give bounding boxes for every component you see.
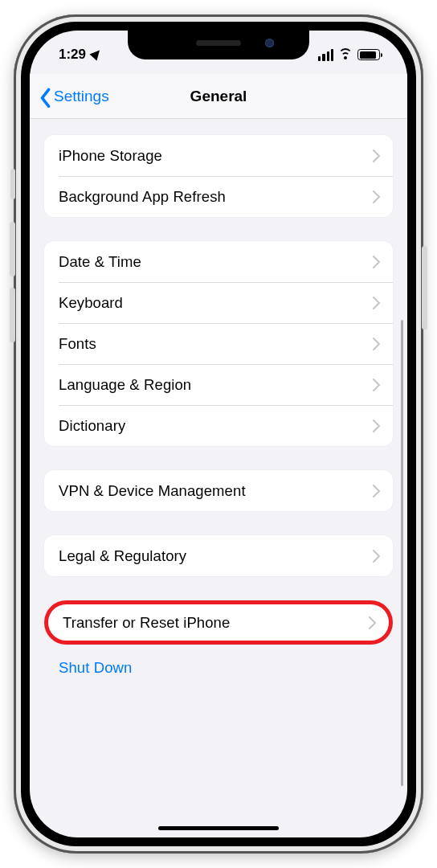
row-date-time[interactable]: Date & Time [44,241,393,282]
row-label: Language & Region [59,376,191,394]
back-label: Settings [54,88,109,105]
row-fonts[interactable]: Fonts [44,323,393,364]
cellular-icon [318,49,333,61]
nav-bar: Settings General [30,74,407,119]
chevron-right-icon [373,379,380,391]
row-label: VPN & Device Management [59,482,246,500]
row-vpn-device-management[interactable]: VPN & Device Management [44,470,393,511]
group-shutdown: Shut Down [44,649,393,686]
volume-down-button[interactable] [10,288,15,342]
row-transfer-reset-iphone[interactable]: Transfer or Reset iPhone [48,604,389,641]
group-vpn: VPN & Device Management [44,470,393,511]
row-label: iPhone Storage [59,147,162,165]
row-background-app-refresh[interactable]: Background App Refresh [44,176,393,217]
row-label: Keyboard [59,294,123,312]
row-label: Background App Refresh [59,188,226,206]
row-iphone-storage[interactable]: iPhone Storage [44,135,393,176]
status-time: 1:29 [59,47,86,63]
notch [128,31,309,59]
row-language-region[interactable]: Language & Region [44,364,393,405]
wifi-icon [338,49,353,60]
volume-up-button[interactable] [10,222,15,276]
chevron-right-icon [373,550,380,563]
page-title: General [190,88,247,105]
phone-frame: 1:29 Settings General iPhone Storage [14,14,423,854]
chevron-left-icon [39,88,51,105]
row-legal-regulatory[interactable]: Legal & Regulatory [44,535,393,576]
chevron-right-icon [373,149,380,162]
content-scroll[interactable]: iPhone Storage Background App Refresh Da… [30,121,407,837]
row-keyboard[interactable]: Keyboard [44,282,393,323]
mute-switch[interactable] [10,169,15,199]
location-icon [90,47,104,61]
group-storage: iPhone Storage Background App Refresh [44,135,393,217]
power-button[interactable] [422,246,427,330]
chevron-right-icon [373,256,380,268]
group-legal: Legal & Regulatory [44,535,393,576]
scrollbar-thumb[interactable] [401,320,403,786]
row-dictionary[interactable]: Dictionary [44,405,393,446]
chevron-right-icon [369,616,376,629]
back-button[interactable]: Settings [39,88,109,105]
group-input-locale: Date & Time Keyboard Fonts Language & Re… [44,241,393,446]
shut-down-button[interactable]: Shut Down [44,649,393,686]
chevron-right-icon [373,485,380,497]
row-label: Fonts [59,335,96,353]
chevron-right-icon [373,338,380,350]
home-indicator[interactable] [158,826,279,831]
battery-icon [357,49,380,60]
row-label: Date & Time [59,253,141,271]
chevron-right-icon [373,190,380,203]
chevron-right-icon [373,420,380,432]
chevron-right-icon [373,297,380,309]
row-label: Legal & Regulatory [59,547,186,565]
group-reset-highlighted: Transfer or Reset iPhone [44,600,393,645]
row-label: Transfer or Reset iPhone [63,614,230,632]
row-label: Shut Down [59,659,132,677]
row-label: Dictionary [59,417,125,435]
screen: 1:29 Settings General iPhone Storage [30,31,407,837]
